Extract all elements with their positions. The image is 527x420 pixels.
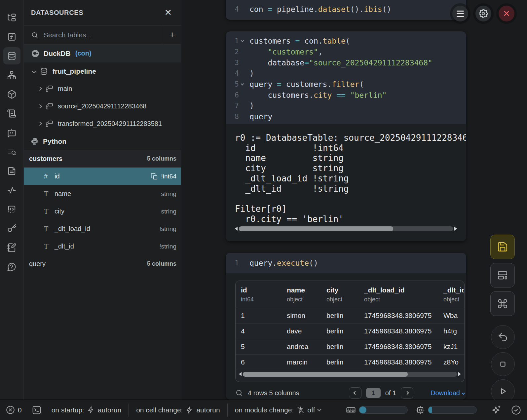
error-counter[interactable]: 0 [6,405,22,414]
search-tables-input[interactable] [44,31,143,39]
file-tree-icon[interactable] [2,8,21,27]
ibis-expression-repr: r0 := DatabaseTable: source_202504291112… [226,124,466,224]
python-section-label: Python [43,137,66,145]
code-cell-icon[interactable] [2,200,21,219]
ram-usage-meter [346,405,408,415]
column-row-dlt-id[interactable]: T _dlt_id !string [24,238,181,255]
add-datasource-button[interactable]: + [163,26,181,44]
code-line[interactable]: database="source_202504291112283468" [249,58,433,67]
save-button[interactable] [490,235,515,259]
python-section-row[interactable]: Python [24,133,181,150]
chat-bot-icon[interactable] [2,123,21,142]
documentation-icon[interactable] [2,161,21,180]
scratchpad-icon[interactable] [2,238,21,257]
row-count-summary: 4 rows 5 columns [248,389,299,397]
copy-icon[interactable] [151,173,158,180]
tree-item-schema-main[interactable]: main [24,80,181,97]
code-line[interactable]: customers.city == "berlin" [249,91,387,99]
layout-button[interactable] [490,263,515,287]
shutdown-button[interactable]: ✕ [499,6,514,21]
code-cell-query[interactable]: 1customers = con.table( 2 "customers", 3… [226,31,466,241]
scrollbar-thumb[interactable] [243,372,408,377]
connection-status-button[interactable] [511,405,521,415]
column-row-dlt-load-id[interactable]: T _dlt_load_id !string [24,220,181,238]
settings-button[interactable] [475,6,491,21]
snippets-icon[interactable] [2,104,21,123]
zap-icon [87,406,95,414]
horizontal-scrollbar[interactable] [239,371,461,377]
menu-button[interactable] [452,6,468,21]
table-row[interactable]: 6marcinberlin1745968348.3806975z8Yo [236,355,464,370]
scroll-left-icon[interactable] [235,227,238,231]
chevron-down-icon[interactable] [32,69,36,73]
table-row[interactable]: 4daveberlin1745968348.3806975h4tg [236,324,464,339]
fold-chevron-icon[interactable] [239,39,245,42]
cpu-usage-fill [428,406,432,413]
secrets-icon[interactable] [2,219,21,238]
close-icon: ✕ [503,9,510,18]
code-line[interactable]: query [249,112,272,121]
scroll-right-icon[interactable] [458,372,461,376]
code-line[interactable]: query = customers.filter( [249,80,364,89]
datasources-icon[interactable] [3,47,20,64]
code-line[interactable]: ) [249,101,254,110]
on-module-change-toggle[interactable]: on module change: off [235,406,321,414]
download-link[interactable]: Download [431,389,465,397]
circle-x-icon [6,405,15,414]
cpu-icon [416,405,425,415]
query-table-row[interactable]: query 5 columns [24,255,181,273]
on-cell-change-toggle[interactable]: on cell change: autorun [136,406,220,414]
code-line[interactable]: con = pipeline.dataset().ibis() [249,5,391,14]
stop-button[interactable] [491,352,515,376]
code-line[interactable]: query.execute() [249,259,318,267]
column-row-name[interactable]: T name string [24,185,181,203]
fold-chevron-icon[interactable] [239,83,245,85]
terminal-button[interactable] [32,405,42,415]
help-icon[interactable] [2,257,21,276]
scroll-left-icon[interactable] [239,372,242,376]
ai-assistant-button[interactable] [491,405,501,415]
scroll-right-icon[interactable] [454,227,457,231]
python-icon [30,137,39,146]
int-type-icon: # [44,172,53,180]
chevron-right-icon[interactable] [38,87,42,91]
tree-item-schema-source[interactable]: source_202504291112283468 [24,97,181,115]
tree-item-schema-transformed[interactable]: transformed_202504291112283581 [24,115,181,133]
table-row[interactable]: 5andreaberlin1745968348.3806975kzJ1 [236,339,464,355]
next-page-button[interactable] [401,387,413,399]
packages-icon[interactable] [2,85,21,104]
chevron-right-icon[interactable] [38,122,42,126]
tracing-icon[interactable] [2,180,21,200]
undo-button[interactable] [491,325,515,349]
duckdb-connection-row[interactable]: DuckDB (con) [24,45,181,62]
code-line[interactable]: "customers", [249,48,323,56]
tree-item-database[interactable]: fruit_pipeline [24,62,181,80]
cell-action-buttons [490,235,515,406]
code-cell-execute[interactable]: 1 query.execute() idint64 nameobject cit… [226,253,466,400]
dependencies-icon[interactable] [2,65,21,85]
scrollbar-thumb[interactable] [239,226,393,231]
command-icon [497,298,508,309]
code-line[interactable]: customers = con.table( [249,37,350,45]
chevron-right-icon[interactable] [38,104,42,108]
table-row[interactable]: 1simonberlin1745968348.3806975Wba [236,308,464,324]
close-panel-icon[interactable]: ✕ [164,8,172,17]
variables-icon[interactable] [2,27,21,46]
horizontal-scrollbar[interactable] [235,226,457,231]
keyboard-shortcuts-button[interactable] [490,291,515,316]
schema-icon [46,102,54,110]
search-icon[interactable] [235,389,243,397]
duckdb-logo-icon [31,49,40,58]
chevron-down-icon [462,391,465,395]
prev-page-button[interactable] [349,387,361,399]
column-row-id[interactable]: # id !int64 [24,168,181,185]
logs-search-icon[interactable] [2,142,21,161]
column-row-city[interactable]: T city string [24,203,181,220]
column-count: 5 columns [147,155,176,162]
code-cell-setup[interactable]: 4 con = pipeline.dataset().ibis() [226,0,466,20]
customers-table-header[interactable]: customers 5 columns [24,150,181,168]
stop-icon [497,359,508,370]
code-line[interactable]: ) [249,69,254,78]
page-number-box[interactable]: 1 [366,388,381,398]
on-startup-toggle[interactable]: on startup: autorun [52,406,121,414]
